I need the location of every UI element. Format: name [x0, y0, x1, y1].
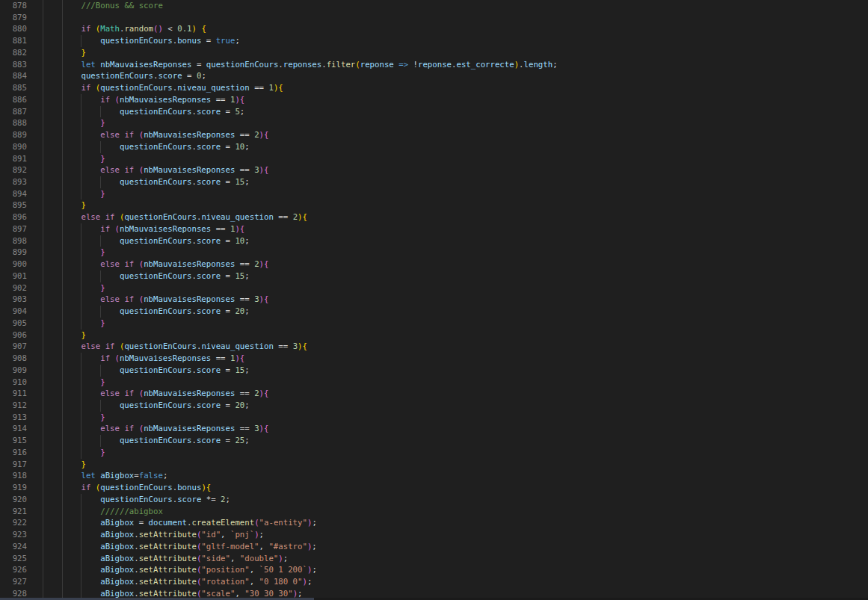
- line-number[interactable]: 899: [0, 247, 27, 259]
- code-line-content[interactable]: }: [27, 377, 868, 389]
- code-line[interactable]: 896else if (questionEnCours.niveau_quest…: [0, 211, 868, 223]
- code-line[interactable]: 900else if (nbMauvaisesReponses == 2){: [0, 259, 868, 270]
- line-number[interactable]: 917: [0, 459, 27, 471]
- code-line-content[interactable]: aBigbox.setAttribute("id", `pnj`);: [27, 529, 868, 541]
- code-line[interactable]: 894}: [0, 188, 868, 200]
- line-number[interactable]: 902: [0, 282, 27, 294]
- code-line[interactable]: 913}: [0, 412, 868, 424]
- code-line-content[interactable]: questionEnCours.score = 0;: [27, 70, 868, 82]
- line-number[interactable]: 878: [0, 0, 27, 12]
- code-line[interactable]: 920questionEnCours.score *= 2;: [0, 494, 868, 506]
- code-line[interactable]: 925aBigbox.setAttribute("side", "double"…: [0, 553, 868, 565]
- line-number[interactable]: 890: [0, 141, 27, 153]
- line-number[interactable]: 905: [0, 318, 27, 330]
- code-line-content[interactable]: else if (nbMauvaisesReponses == 3){: [27, 164, 868, 176]
- code-line[interactable]: 921//////abigbox: [0, 506, 868, 518]
- code-line[interactable]: 888}: [0, 117, 868, 129]
- code-line-content[interactable]: }: [27, 47, 868, 59]
- code-line-content[interactable]: else if (nbMauvaisesReponses == 2){: [27, 129, 868, 141]
- line-number[interactable]: 909: [0, 365, 27, 377]
- code-line-content[interactable]: questionEnCours.score = 20;: [27, 400, 868, 412]
- line-number[interactable]: 880: [0, 23, 27, 35]
- line-number[interactable]: 901: [0, 270, 27, 282]
- code-line[interactable]: 906}: [0, 330, 868, 341]
- line-number[interactable]: 879: [0, 12, 27, 24]
- line-number[interactable]: 926: [0, 564, 27, 576]
- code-line-content[interactable]: let aBigbox=false;: [27, 470, 868, 482]
- code-line[interactable]: 910}: [0, 377, 868, 389]
- line-number[interactable]: 883: [0, 59, 27, 71]
- code-line-content[interactable]: questionEnCours.score = 15;: [27, 176, 868, 188]
- code-line-content[interactable]: questionEnCours.score = 10;: [27, 235, 868, 247]
- code-line[interactable]: 882}: [0, 47, 868, 59]
- code-line[interactable]: 916}: [0, 447, 868, 459]
- code-line-content[interactable]: }: [27, 330, 868, 341]
- code-line-content[interactable]: }: [27, 459, 868, 471]
- line-number[interactable]: 892: [0, 164, 27, 176]
- line-number[interactable]: 881: [0, 35, 27, 47]
- code-line-content[interactable]: else if (nbMauvaisesReponses == 3){: [27, 423, 868, 435]
- line-number[interactable]: 910: [0, 377, 27, 389]
- code-line[interactable]: 904questionEnCours.score = 20;: [0, 306, 868, 318]
- line-number[interactable]: 891: [0, 153, 27, 165]
- code-line[interactable]: 917}: [0, 459, 868, 471]
- line-number[interactable]: 888: [0, 117, 27, 129]
- line-number[interactable]: 911: [0, 388, 27, 400]
- line-number[interactable]: 919: [0, 482, 27, 494]
- line-number[interactable]: 925: [0, 553, 27, 565]
- code-line-content[interactable]: questionEnCours.score = 10;: [27, 141, 868, 153]
- code-line-content[interactable]: if (nbMauvaisesReponses == 1){: [27, 223, 868, 235]
- code-line-content[interactable]: aBigbox.setAttribute("position", `50 1 2…: [27, 564, 868, 576]
- code-line[interactable]: 901questionEnCours.score = 15;: [0, 270, 868, 282]
- code-line-content[interactable]: let nbMauvaisesReponses = questionEnCour…: [27, 59, 868, 71]
- line-number[interactable]: 886: [0, 94, 27, 106]
- line-number[interactable]: 894: [0, 188, 27, 200]
- code-line-content[interactable]: }: [27, 200, 868, 211]
- code-line[interactable]: 893questionEnCours.score = 15;: [0, 176, 868, 188]
- code-line[interactable]: 912questionEnCours.score = 20;: [0, 400, 868, 412]
- code-line[interactable]: 883let nbMauvaisesReponses = questionEnC…: [0, 59, 868, 71]
- code-line[interactable]: 886if (nbMauvaisesReponses == 1){: [0, 94, 868, 106]
- code-line[interactable]: 892else if (nbMauvaisesReponses == 3){: [0, 164, 868, 176]
- code-line-content[interactable]: questionEnCours.score = 15;: [27, 270, 868, 282]
- line-number[interactable]: 912: [0, 400, 27, 412]
- code-line[interactable]: 903else if (nbMauvaisesReponses == 3){: [0, 294, 868, 306]
- code-line[interactable]: 926aBigbox.setAttribute("position", `50 …: [0, 564, 868, 576]
- code-line-content[interactable]: questionEnCours.score = 5;: [27, 106, 868, 118]
- line-number[interactable]: 897: [0, 223, 27, 235]
- code-line-content[interactable]: questionEnCours.score = 20;: [27, 306, 868, 318]
- line-number[interactable]: 885: [0, 82, 27, 94]
- line-number[interactable]: 906: [0, 330, 27, 341]
- code-line-content[interactable]: ///Bonus && score: [27, 0, 868, 12]
- code-line-content[interactable]: if (questionEnCours.bonus){: [27, 482, 868, 494]
- code-line-content[interactable]: aBigbox.setAttribute("side", "double");: [27, 553, 868, 565]
- code-line[interactable]: 887questionEnCours.score = 5;: [0, 106, 868, 118]
- code-line[interactable]: 911else if (nbMauvaisesReponses == 2){: [0, 388, 868, 400]
- code-line-content[interactable]: aBigbox = document.createElement("a-enti…: [27, 517, 868, 529]
- code-line[interactable]: 905}: [0, 318, 868, 330]
- code-line-content[interactable]: aBigbox.setAttribute("rotation", "0 180 …: [27, 576, 868, 588]
- code-line-content[interactable]: }: [27, 247, 868, 259]
- code-line-content[interactable]: }: [27, 282, 868, 294]
- line-number[interactable]: 904: [0, 306, 27, 318]
- line-number[interactable]: 916: [0, 447, 27, 459]
- code-line-content[interactable]: }: [27, 188, 868, 200]
- code-line-content[interactable]: if (Math.random() < 0.1) {: [27, 23, 868, 35]
- line-number[interactable]: 908: [0, 353, 27, 365]
- code-line[interactable]: 884questionEnCours.score = 0;: [0, 70, 868, 82]
- code-line[interactable]: 878///Bonus && score: [0, 0, 868, 12]
- code-line-content[interactable]: }: [27, 318, 868, 330]
- code-line[interactable]: 908if (nbMauvaisesReponses == 1){: [0, 353, 868, 365]
- line-number[interactable]: 922: [0, 517, 27, 529]
- code-line[interactable]: 891}: [0, 153, 868, 165]
- code-line-content[interactable]: else if (nbMauvaisesReponses == 3){: [27, 294, 868, 306]
- code-line-content[interactable]: if (questionEnCours.niveau_question == 1…: [27, 82, 868, 94]
- code-line[interactable]: 909questionEnCours.score = 15;: [0, 365, 868, 377]
- code-line[interactable]: 923aBigbox.setAttribute("id", `pnj`);: [0, 529, 868, 541]
- line-number[interactable]: 887: [0, 106, 27, 118]
- code-line[interactable]: 881questionEnCours.bonus = true;: [0, 35, 868, 47]
- line-number[interactable]: 913: [0, 412, 27, 424]
- code-line[interactable]: 907else if (questionEnCours.niveau_quest…: [0, 341, 868, 353]
- code-line[interactable]: 927aBigbox.setAttribute("rotation", "0 1…: [0, 576, 868, 588]
- code-line-content[interactable]: questionEnCours.bonus = true;: [27, 35, 868, 47]
